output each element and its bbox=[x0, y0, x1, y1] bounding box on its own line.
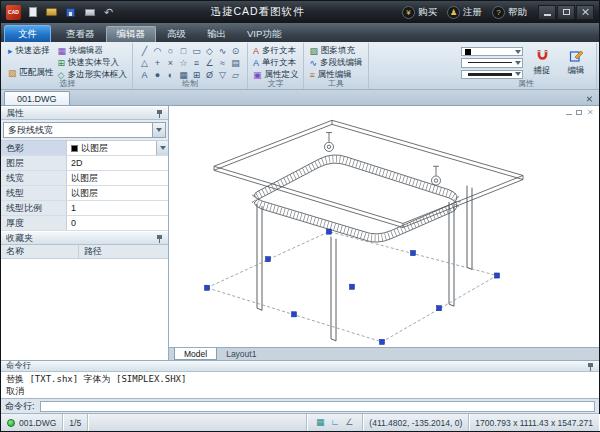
undo-button[interactable]: ↶ bbox=[101, 5, 116, 20]
command-input-row: 命令行: bbox=[1, 399, 599, 414]
draw-tool-icon[interactable]: ☆ bbox=[177, 57, 190, 69]
status-file: 001.DWG bbox=[1, 414, 63, 431]
pin-icon[interactable] bbox=[156, 109, 163, 118]
favorites-name-column[interactable]: 名称 bbox=[1, 245, 79, 258]
draw-tool-icon[interactable]: ▤ bbox=[229, 57, 242, 69]
ribbon-group-properties: 捕捉 编辑 属性 bbox=[456, 43, 597, 89]
property-row-lineweight[interactable]: 线宽 以图层 bbox=[1, 171, 168, 186]
tab-viewer[interactable]: 查看器 bbox=[56, 26, 105, 42]
draw-tool-icon[interactable]: ◇ bbox=[203, 45, 216, 57]
favorites-column-headers: 名称 路径 bbox=[1, 245, 168, 259]
buy-button[interactable]: ¥ 购买 bbox=[402, 6, 437, 19]
pencil-edit-icon bbox=[569, 48, 584, 63]
draw-tool-icon[interactable]: ≈ bbox=[216, 57, 229, 69]
pin-icon[interactable] bbox=[587, 362, 594, 371]
command-log[interactable]: 替换 [TXT.shx] 字体为 [SIMPLEX.SHX] 取消 bbox=[1, 372, 599, 399]
register-button[interactable]: ♟ 注册 bbox=[447, 6, 482, 19]
dropdown-arrow-button[interactable] bbox=[156, 141, 168, 155]
ribbon: ▸快速选择 ▧匹配属性 ▦块编辑器 ⊞快速实体导入 ◇多边形实体框入 选择 ╱◠… bbox=[1, 42, 599, 90]
command-input[interactable] bbox=[40, 401, 595, 412]
draw-tool-icon[interactable]: ╱ bbox=[138, 45, 151, 57]
color-combo[interactable] bbox=[461, 47, 523, 56]
favorites-panel-header: 收藏夹 bbox=[1, 231, 168, 245]
drawing-canvas[interactable] bbox=[169, 106, 599, 347]
block-editor-button[interactable]: ▦块编辑器 bbox=[58, 45, 127, 57]
save-button[interactable] bbox=[63, 5, 78, 20]
cad-table-drawing bbox=[169, 106, 599, 347]
draw-tool-icon[interactable]: ∠ bbox=[203, 57, 216, 69]
draw-tool-icon[interactable]: ◠ bbox=[151, 45, 164, 57]
minimize-button[interactable] bbox=[538, 5, 556, 20]
linetype-combo[interactable] bbox=[461, 58, 523, 67]
properties-panel-header: 属性 bbox=[1, 106, 168, 120]
lineweight-combo[interactable] bbox=[461, 70, 523, 79]
text-button[interactable]: A单行文本 bbox=[253, 57, 299, 69]
edit-button[interactable]: 编辑 bbox=[561, 45, 591, 79]
layout-tab-bar: Model Layout1 bbox=[169, 347, 599, 360]
mtext-icon: A bbox=[253, 47, 259, 56]
entity-window-select-button[interactable]: ⊞快速实体导入 bbox=[58, 57, 127, 69]
draw-tool-icon[interactable]: □ bbox=[177, 45, 190, 57]
selection-grips[interactable] bbox=[205, 229, 500, 344]
property-row-ltscale[interactable]: 线型比例 1 bbox=[1, 201, 168, 216]
status-bar: 001.DWG 1/5 ▦ ∟ ∠ (411.4802, -135.2014, … bbox=[1, 414, 599, 431]
pin-icon[interactable] bbox=[156, 234, 163, 243]
dropdown-arrow-button[interactable] bbox=[152, 123, 165, 137]
entity-type-selector[interactable]: 多段线线宽 bbox=[3, 122, 166, 138]
hatch-button[interactable]: ▨图案填充 bbox=[309, 45, 362, 57]
title-bar: CAD ↶ 迅捷CAD看图软件 ¥ 购买 ♟ 注册 ? 帮助 bbox=[1, 1, 599, 23]
match-properties-button[interactable]: ▧匹配属性 bbox=[8, 67, 54, 79]
mtext-button[interactable]: A多行文本 bbox=[253, 45, 299, 57]
open-file-button[interactable] bbox=[44, 5, 59, 20]
close-button[interactable] bbox=[576, 5, 594, 20]
favorites-list[interactable] bbox=[1, 259, 168, 360]
drawing-viewport: Model Layout1 bbox=[169, 106, 599, 360]
file-menu-button[interactable]: 文件 bbox=[4, 25, 51, 42]
restore-icon[interactable] bbox=[576, 110, 582, 115]
draw-tool-icon[interactable]: × bbox=[164, 57, 177, 69]
open-folder-icon bbox=[46, 8, 57, 16]
group-label-properties: 属性 bbox=[456, 79, 596, 89]
ribbon-group-text: A多行文本 A单行文本 ▣属性定义 文字 bbox=[248, 43, 305, 89]
document-tab[interactable]: 001.DWG bbox=[4, 91, 70, 105]
draw-tool-icon[interactable]: ▭ bbox=[190, 45, 203, 57]
polyline-edit-button[interactable]: ∿多段线编辑 bbox=[309, 57, 362, 69]
draw-tool-icon[interactable]: ○ bbox=[164, 45, 177, 57]
grid-toggle-icon[interactable]: ▦ bbox=[316, 418, 325, 427]
draw-tool-icon[interactable]: + bbox=[151, 57, 164, 69]
close-icon bbox=[586, 95, 592, 101]
favorites-path-column[interactable]: 路径 bbox=[79, 245, 168, 258]
property-row-linetype[interactable]: 线型 以图层 bbox=[1, 186, 168, 201]
draw-tool-icon[interactable]: ≡ bbox=[190, 57, 203, 69]
ribbon-group-select: ▸快速选择 ▧匹配属性 ▦块编辑器 ⊞快速实体导入 ◇多边形实体框入 选择 bbox=[3, 43, 133, 89]
ortho-toggle-icon[interactable]: ∟ bbox=[330, 418, 339, 427]
minimize-icon[interactable] bbox=[566, 114, 572, 115]
property-row-color[interactable]: 色彩 以图层 bbox=[1, 141, 168, 156]
tab-output[interactable]: 输出 bbox=[197, 26, 236, 42]
property-row-thickness[interactable]: 厚度 0 bbox=[1, 216, 168, 231]
main-area: 属性 多段线线宽 色彩 以图层 图层 2D 线宽 以图层 bbox=[1, 106, 599, 360]
tab-advanced[interactable]: 高级 bbox=[157, 26, 196, 42]
draw-tool-icon[interactable]: ⊙ bbox=[229, 45, 242, 57]
new-file-button[interactable] bbox=[25, 5, 40, 20]
snap-button[interactable]: 捕捉 bbox=[527, 45, 557, 79]
quick-select-button[interactable]: ▸快速选择 bbox=[8, 45, 54, 57]
command-log-line: 替换 [TXT.shx] 字体为 [SIMPLEX.SHX] bbox=[6, 373, 594, 385]
property-row-layer[interactable]: 图层 2D bbox=[1, 156, 168, 171]
close-document-button[interactable] bbox=[582, 92, 596, 105]
print-button[interactable] bbox=[82, 5, 97, 20]
tab-model[interactable]: Model bbox=[174, 348, 217, 360]
maximize-button[interactable] bbox=[557, 5, 575, 20]
close-icon[interactable] bbox=[587, 109, 593, 115]
draw-tool-icon[interactable]: ∿ bbox=[216, 45, 229, 57]
tab-vip[interactable]: VIP功能 bbox=[237, 26, 291, 42]
help-button[interactable]: ? 帮助 bbox=[492, 6, 527, 19]
tab-editor[interactable]: 编辑器 bbox=[106, 26, 157, 42]
linetype-preview bbox=[468, 62, 512, 63]
chevron-down-icon bbox=[515, 72, 521, 76]
tab-layout1[interactable]: Layout1 bbox=[217, 348, 265, 360]
snap-toggle-icon[interactable]: ∠ bbox=[345, 418, 353, 427]
draw-tool-icon[interactable]: △ bbox=[138, 57, 151, 69]
color-swatch bbox=[465, 49, 471, 55]
group-label-text: 文字 bbox=[248, 79, 304, 89]
